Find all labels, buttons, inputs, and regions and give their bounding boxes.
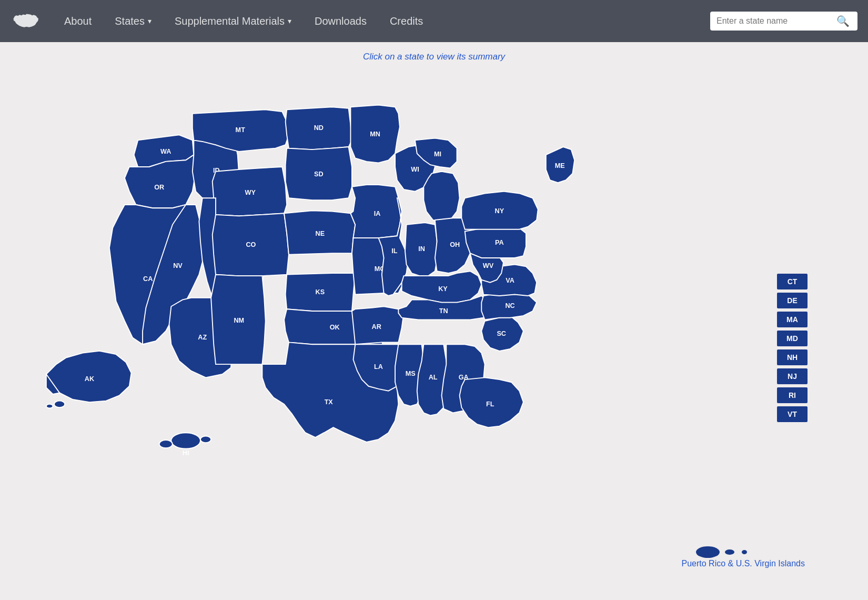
state-ia[interactable] [350,185,401,238]
svg-point-7 [200,436,211,443]
state-hi[interactable]: HI [159,433,211,457]
state-nh-btn[interactable]: NH [777,349,808,365]
pr-island-shapes [696,546,747,558]
state-pa[interactable] [465,227,526,258]
state-ct-btn[interactable]: CT [777,274,808,289]
state-nj-btn[interactable]: NJ [777,368,808,384]
svg-point-6 [159,440,173,448]
svg-marker-0 [46,351,132,402]
state-or[interactable] [125,155,196,208]
state-mn[interactable] [350,105,399,163]
state-sd[interactable] [286,147,352,200]
nav-credits[interactable]: Credits [378,0,435,42]
search-icon[interactable]: 🔍 [836,15,850,27]
state-me[interactable] [546,147,574,183]
nav-states[interactable]: States ▾ [103,0,163,42]
states-dropdown-arrow: ▾ [148,17,152,25]
state-ne[interactable] [284,211,355,254]
state-co[interactable] [213,213,289,276]
state-nd[interactable] [286,107,352,149]
us-map: .state { fill: #1a3a8a; stroke: white; s… [26,68,658,483]
state-ky[interactable] [402,271,482,302]
state-ma-btn[interactable]: MA [777,312,808,327]
vi-island [725,549,734,555]
state-de-btn[interactable]: DE [777,293,808,308]
search-container: 🔍 [710,12,857,31]
map-instruction: Click on a state to view its summary [363,52,505,62]
state-ak[interactable]: AK [46,351,132,408]
state-ri-btn[interactable]: RI [777,387,808,403]
svg-text:HI: HI [183,449,189,457]
state-vt-btn[interactable]: VT [777,406,808,422]
state-mi-lower[interactable] [423,172,459,223]
svg-point-3 [46,404,53,408]
navigation-bar: About States ▾ Supplemental Materials ▾ … [0,0,868,42]
nav-supplemental[interactable]: Supplemental Materials ▾ [163,0,303,42]
state-ks[interactable] [286,273,356,311]
svg-point-2 [54,401,65,408]
logo [11,5,42,37]
state-ny[interactable] [461,192,538,229]
svg-point-5 [171,433,200,448]
main-content: Click on a state to view its summary .st… [0,42,868,600]
state-ar[interactable] [352,306,404,344]
nav-downloads[interactable]: Downloads [303,0,378,42]
supplemental-dropdown-arrow: ▾ [288,17,291,25]
nav-about[interactable]: About [53,0,103,42]
state-nm[interactable] [211,275,266,365]
pr-label: Puerto Rico & U.S. Virgin Islands [682,559,805,568]
state-wy[interactable] [213,167,287,216]
state-md-btn[interactable]: MD [777,331,808,346]
small-states-panel: CT DE MA MD NH NJ RI VT [777,274,808,422]
state-in[interactable] [405,223,437,276]
search-input[interactable] [716,16,832,26]
vi-island-2 [742,550,747,554]
state-fl[interactable] [460,377,523,427]
pr-main-island [696,546,720,558]
state-sc[interactable] [481,316,523,351]
